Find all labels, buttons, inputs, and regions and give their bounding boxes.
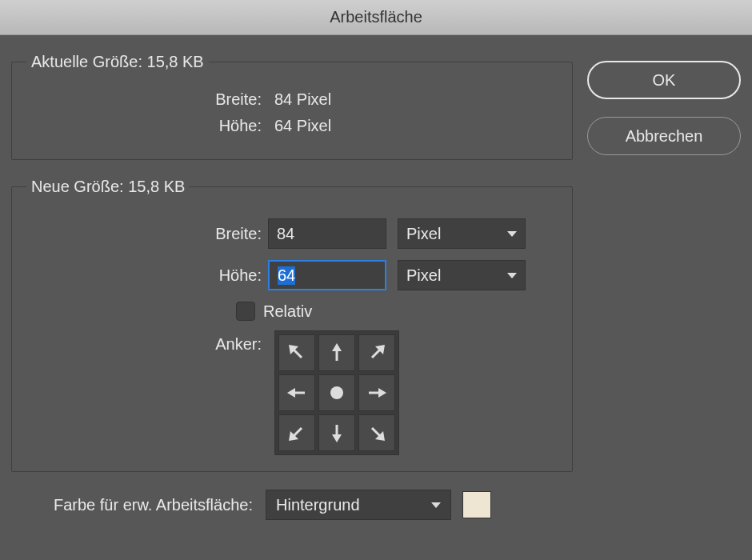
svg-marker-9 <box>378 388 386 398</box>
chevron-down-icon <box>507 231 517 237</box>
extension-color-row: Farbe für erw. Arbeitsfläche: Hintergrun… <box>22 490 573 520</box>
current-size-legend: Aktuelle Größe: 15,8 KB <box>26 53 209 71</box>
anchor-grid <box>274 330 399 455</box>
new-height-unit-value: Pixel <box>406 266 441 285</box>
extension-color-label: Farbe für erw. Arbeitsfläche: <box>22 496 259 514</box>
ok-button[interactable]: OK <box>587 61 741 99</box>
anchor-cell-nw[interactable] <box>278 334 315 371</box>
extension-color-value: Hintergrund <box>276 496 360 514</box>
current-height-value: 64 Pixel <box>268 117 331 135</box>
current-width-row: Breite: 84 Pixel <box>26 90 558 109</box>
new-width-label: Breite: <box>26 225 268 243</box>
chevron-down-icon <box>507 273 517 278</box>
svg-marker-7 <box>287 388 295 398</box>
right-column: OK Abbrechen <box>587 53 741 520</box>
new-width-unit-value: Pixel <box>406 225 441 243</box>
new-height-unit-select[interactable]: Pixel <box>398 260 526 290</box>
anchor-cell-se[interactable] <box>358 414 395 451</box>
new-size-legend: Neue Größe: 15,8 KB <box>26 178 190 196</box>
current-height-label: Höhe: <box>26 117 268 135</box>
relative-row: Relativ <box>26 302 558 321</box>
new-height-input[interactable] <box>268 260 386 290</box>
svg-marker-13 <box>332 434 342 442</box>
current-size-group: Aktuelle Größe: 15,8 KB Breite: 84 Pixel… <box>11 53 573 160</box>
anchor-cell-e[interactable] <box>358 374 395 411</box>
anchor-cell-s[interactable] <box>318 414 355 451</box>
dialog-content: Aktuelle Größe: 15,8 KB Breite: 84 Pixel… <box>0 35 752 520</box>
anchor-label: Anker: <box>26 330 268 354</box>
dialog-title: Arbeitsfläche <box>330 8 422 26</box>
anchor-cell-n[interactable] <box>318 334 355 371</box>
current-width-label: Breite: <box>26 90 268 109</box>
new-size-group: Neue Größe: 15,8 KB Breite: Pixel Höhe: … <box>11 178 573 472</box>
new-width-input[interactable] <box>268 218 386 249</box>
anchor-row: Anker: <box>26 330 558 455</box>
relative-label: Relativ <box>263 302 312 321</box>
dialog-title-bar: Arbeitsfläche <box>0 0 752 35</box>
anchor-cell-sw[interactable] <box>278 414 315 451</box>
new-height-row: Höhe: Pixel <box>26 260 558 290</box>
new-height-label: Höhe: <box>26 266 268 285</box>
chevron-down-icon <box>431 502 441 508</box>
svg-marker-3 <box>332 343 342 351</box>
cancel-button[interactable]: Abbrechen <box>587 117 741 155</box>
relative-checkbox[interactable] <box>236 302 255 321</box>
left-column: Aktuelle Größe: 15,8 KB Breite: 84 Pixel… <box>11 53 573 520</box>
extension-color-swatch[interactable] <box>462 491 491 518</box>
anchor-cell-ne[interactable] <box>358 334 395 371</box>
anchor-cell-center[interactable] <box>318 374 355 411</box>
current-height-row: Höhe: 64 Pixel <box>26 117 558 135</box>
extension-color-select[interactable]: Hintergrund <box>266 490 451 520</box>
new-width-unit-select[interactable]: Pixel <box>398 218 526 249</box>
anchor-cell-w[interactable] <box>278 374 315 411</box>
current-width-value: 84 Pixel <box>268 90 331 109</box>
new-width-row: Breite: Pixel <box>26 218 558 249</box>
